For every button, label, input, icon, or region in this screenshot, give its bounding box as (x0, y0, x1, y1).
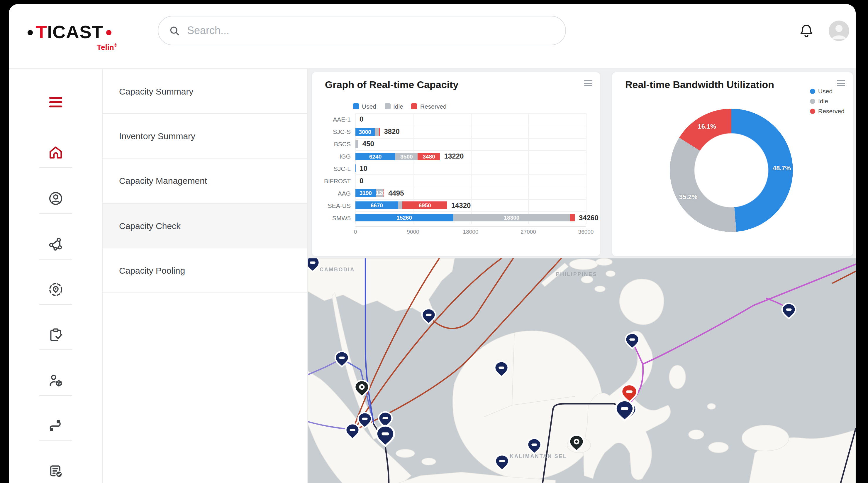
bar-row: SEA-US6670695014320 (355, 199, 586, 211)
bar-segment-idle[interactable]: 18300 (453, 214, 570, 221)
bar-segment-used[interactable]: 3000 (355, 128, 375, 136)
legend-item-idle[interactable]: Idle (810, 97, 844, 105)
x-tick-label: 18000 (463, 228, 478, 235)
bar-category-label: AAE-1 (310, 116, 351, 123)
notification-bell-icon[interactable] (798, 23, 815, 39)
menu-panel: Capacity Summary Inventory Summary Capac… (103, 69, 308, 483)
legend-item-reserved[interactable]: Reserved (411, 103, 446, 110)
sidebar-item-cable-icon[interactable] (48, 418, 64, 434)
bar-segment-idle[interactable] (375, 128, 379, 136)
search-input[interactable] (187, 24, 555, 37)
bar-segment-reserved[interactable] (383, 189, 384, 197)
donut-chart-title: Real-time Bandwidth Utilization (625, 79, 774, 91)
bar-category-label: SJC-S (310, 128, 351, 135)
bar-category-label: SEA-US (310, 202, 351, 209)
icon-sidebar (9, 69, 103, 483)
bar-row: BIFROST0 (355, 175, 586, 187)
bar-total-label: 4495 (388, 189, 404, 197)
sidebar-item-user-package-icon[interactable] (48, 372, 64, 389)
realtime-capacity-card: Graph of Real-time Capacity UsedIdleRese… (312, 72, 600, 256)
avatar[interactable] (829, 21, 849, 41)
bar-segment-used[interactable]: 15260 (355, 214, 453, 221)
search-bar[interactable] (158, 16, 566, 45)
map-pin-navy[interactable] (782, 303, 796, 319)
bar-segment-used[interactable]: 6670 (355, 201, 398, 209)
topbar: TICAST Telin® (9, 4, 856, 69)
logo: TICAST Telin® (28, 22, 151, 43)
sidebar-item-document-check-icon[interactable] (48, 463, 64, 479)
menu-item-inventory-summary[interactable]: Inventory Summary (103, 114, 307, 159)
legend-item-reserved[interactable]: Reserved (810, 108, 844, 115)
bar-segment-idle[interactable] (398, 201, 403, 209)
map-region-label: KALIMANTAN SEL (510, 453, 567, 459)
map-landmasses (308, 258, 856, 483)
sidebar-item-location-target-icon[interactable] (48, 281, 64, 298)
legend-item-used[interactable]: Used (353, 103, 376, 110)
bar-chart-xaxis: 09000180002700036000 (355, 226, 586, 234)
logo-dot-left (28, 30, 33, 35)
bar-total-label: 3820 (384, 128, 399, 136)
bar-row: SJC-S30003820 (355, 126, 586, 138)
map-region-label: PHILIPPINES (556, 271, 597, 277)
bar-total-label: 34260 (579, 214, 598, 222)
chart-context-menu-icon[interactable] (584, 80, 592, 86)
x-tick-label: 27000 (521, 228, 536, 235)
bar-row: SMW5152601830034260 (355, 211, 586, 224)
bar-chart-legend: UsedIdleReserved (353, 103, 446, 110)
x-tick-label: 0 (354, 228, 357, 235)
donut-chart (670, 109, 793, 232)
bar-total-label: 450 (363, 140, 374, 148)
x-tick-label: 9000 (407, 228, 419, 235)
avatar-placeholder-icon (829, 21, 849, 41)
app-window: TICAST Telin® (9, 4, 856, 483)
bar-category-label: BIFROST (310, 177, 351, 184)
map-region-label: CAMBODIA (320, 266, 355, 273)
bar-segment-idle[interactable]: 1205 (376, 189, 383, 197)
menu-item-capacity-pooling[interactable]: Capacity Pooling (103, 248, 307, 293)
bandwidth-utilization-card: Real-time Bandwidth Utilization UsedIdle… (612, 72, 853, 256)
menu-item-capacity-summary[interactable]: Capacity Summary (103, 69, 307, 114)
bar-row: IGG62403500348013220 (355, 150, 586, 162)
map-pin-navy-big[interactable] (376, 426, 395, 446)
bar-category-label: BSCS (310, 140, 351, 147)
bar-total-label: 13220 (444, 152, 464, 160)
logo-text: TICAST (36, 22, 103, 43)
sidebar-item-user-icon[interactable] (48, 190, 64, 207)
bar-category-label: SJC-L (310, 165, 351, 172)
sidebar-item-home-icon[interactable] (48, 144, 64, 161)
logo-dot-right (106, 30, 112, 35)
bar-total-label: 0 (360, 115, 363, 123)
sidebar-menu-icon[interactable] (48, 94, 64, 110)
bar-segment-reserved[interactable] (379, 128, 380, 136)
search-icon (169, 25, 180, 36)
bar-category-label: SMW5 (310, 214, 351, 221)
bar-segment-idle[interactable]: 3500 (395, 152, 417, 160)
bar-row: AAG319012054495 (355, 187, 586, 199)
x-tick-label: 36000 (578, 228, 594, 235)
bar-segment-reserved[interactable]: 3480 (418, 152, 440, 160)
bar-row: BSCS450 (355, 138, 586, 150)
chart-context-menu-icon[interactable] (837, 80, 845, 86)
bar-category-label: AAG (310, 190, 351, 197)
content-area: Graph of Real-time Capacity UsedIdleRese… (308, 69, 856, 483)
bar-chart-title: Graph of Real-time Capacity (325, 79, 458, 91)
bar-segment-used[interactable]: 6240 (355, 152, 395, 160)
bar-segment-idle[interactable] (355, 140, 358, 148)
legend-item-used[interactable]: Used (810, 87, 844, 94)
menu-item-capacity-check[interactable]: Capacity Check (103, 203, 307, 248)
sidebar-item-network-icon[interactable] (48, 236, 64, 253)
bar-segment-reserved[interactable]: 6950 (403, 201, 447, 209)
bar-segment-reserved[interactable] (570, 214, 575, 221)
legend-item-idle[interactable]: Idle (384, 103, 403, 110)
bar-total-label: 14320 (451, 201, 471, 209)
menu-item-capacity-management[interactable]: Capacity Management (103, 159, 307, 203)
bar-row: SJC-L10 (355, 162, 586, 175)
bar-chart-plot: AAE-10SJC-S30003820BSCS450IGG62403500348… (355, 113, 586, 224)
logo-subbrand: Telin® (97, 43, 117, 52)
bar-segment-used[interactable]: 3190 (355, 189, 376, 197)
sidebar-item-clipboard-check-icon[interactable] (48, 326, 64, 343)
donut-chart-legend: UsedIdleReserved (810, 87, 844, 117)
bar-total-label: 0 (360, 177, 363, 185)
bar-category-label: IGG (310, 153, 351, 160)
submarine-cable-map[interactable]: CAMBODIAPHILIPPINESKALIMANTAN SEL (308, 258, 856, 483)
